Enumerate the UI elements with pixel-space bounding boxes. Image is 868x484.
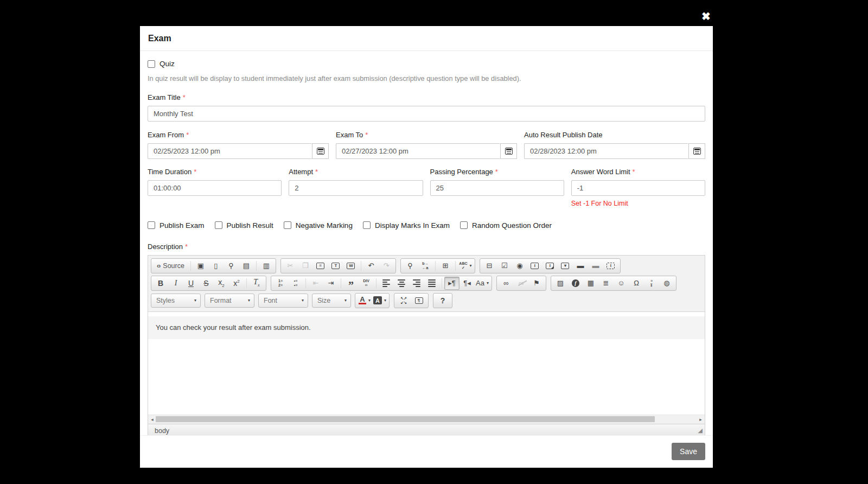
toolbar-separator — [376, 278, 376, 288]
required-marker: * — [186, 131, 189, 139]
numbered-list-button[interactable]: 1≡2≡ — [273, 277, 288, 290]
increase-indent-button[interactable]: ⇥ — [323, 277, 339, 290]
smiley-button[interactable]: ☺ — [614, 277, 629, 290]
scroll-right-icon[interactable]: ▸ — [698, 417, 703, 422]
align-left-button[interactable] — [379, 277, 394, 290]
resize-grip-icon[interactable]: ◢ — [698, 427, 703, 434]
bold-button[interactable]: B — [153, 277, 168, 290]
textarea-field-button[interactable]: I — [542, 259, 558, 272]
paste-from-word-button[interactable]: W — [343, 259, 359, 272]
new-page-button[interactable]: ▯ — [208, 259, 224, 272]
preview-button[interactable]: ⚲ — [224, 259, 239, 272]
undo-button[interactable]: ↶ — [363, 259, 379, 272]
form-button[interactable]: ⊟ — [482, 259, 497, 272]
remove-format-button[interactable]: Tx — [249, 277, 264, 290]
paste-text-button[interactable]: T — [328, 259, 343, 272]
checkbox-negative-marking[interactable]: Negative Marking — [284, 221, 353, 230]
link-button[interactable]: ∞ — [499, 277, 514, 290]
save-button[interactable]: Save — [672, 443, 705, 460]
show-blocks-button[interactable]: ¶ — [411, 294, 426, 307]
exam-from-calendar-button[interactable] — [312, 143, 329, 159]
exam-title-input[interactable] — [148, 106, 705, 122]
about-button[interactable]: ? — [435, 294, 450, 307]
maximize-button[interactable]: ↖↗↙↘ — [396, 294, 411, 307]
close-icon[interactable]: ✖ — [701, 11, 711, 22]
print-button[interactable]: ▤ — [239, 259, 254, 272]
auto-result-publish-date-input[interactable] — [524, 143, 688, 159]
hidden-field-button[interactable]: I — [603, 259, 618, 272]
select-field-button[interactable]: ▾ — [558, 259, 573, 272]
strikethrough-button[interactable]: S — [199, 277, 214, 290]
subscript-button[interactable]: x2 — [214, 277, 229, 290]
scroll-left-icon[interactable]: ◂ — [150, 417, 155, 422]
blockquote-button[interactable]: ” — [343, 277, 359, 290]
auto-result-publish-date-calendar-button[interactable] — [688, 143, 705, 159]
templates-button[interactable]: ▥ — [259, 259, 274, 272]
bidi-ltr-button[interactable]: ▸¶ — [444, 277, 459, 290]
image-button-field-button[interactable]: ▬ — [588, 259, 603, 272]
checkbox-display-marks-in-exam[interactable]: Display Marks In Exam — [363, 221, 450, 230]
iframe-button[interactable]: ◍ — [659, 277, 674, 290]
copy-button[interactable]: ❐ — [298, 259, 313, 272]
save-document-button[interactable]: ▣ — [193, 259, 208, 272]
flash-button[interactable]: f — [568, 277, 583, 290]
passing-percentage-input[interactable] — [430, 180, 564, 196]
superscript-button[interactable]: x2 — [229, 277, 244, 290]
checkbox-random-question-order[interactable]: Random Question Order — [460, 221, 552, 230]
quiz-checkbox[interactable]: Quiz — [148, 60, 175, 68]
font-dropdown[interactable]: Font▾ — [258, 294, 308, 308]
size-dropdown[interactable]: Size▾ — [312, 294, 351, 308]
passing-percentage-label: Passing Percentage * — [430, 168, 564, 176]
anchor-button[interactable]: ⚑ — [529, 277, 544, 290]
spell-check-button[interactable]: ABC✓▾ — [458, 259, 473, 272]
auto-result-publish-date-label-text: Auto Result Publish Date — [524, 131, 603, 139]
exam-to-calendar-button[interactable] — [500, 143, 517, 159]
page-break-button[interactable]: ≡↧ — [644, 277, 659, 290]
attempt-input[interactable] — [289, 180, 423, 196]
text-color-button[interactable]: A▾ — [357, 294, 372, 307]
styles-dropdown[interactable]: Styles▾ — [151, 294, 201, 308]
elements-path[interactable]: body — [155, 427, 169, 435]
styles-dropdown-label: Styles — [156, 297, 175, 304]
required-marker: * — [365, 131, 368, 139]
justify-button[interactable] — [424, 277, 439, 290]
special-character-button[interactable]: Ω — [629, 277, 644, 290]
checkbox-publish-exam[interactable]: Publish Exam — [148, 221, 205, 230]
decrease-indent-button[interactable]: ⇤ — [308, 277, 323, 290]
time-duration-input[interactable] — [148, 180, 282, 196]
language-button[interactable]: Aa▾ — [475, 277, 490, 290]
exam-from-input[interactable] — [148, 143, 312, 159]
button-field-button[interactable]: ▬ — [573, 259, 588, 272]
editor-content-area[interactable]: You can check your result after exam sub… — [148, 316, 705, 415]
text-field-button[interactable]: I — [527, 259, 542, 272]
unlink-button[interactable]: ∞ — [514, 277, 529, 290]
div-container-button[interactable]: DIV‹› — [359, 277, 374, 290]
select-all-button[interactable]: ⊞ — [438, 259, 453, 272]
format-dropdown[interactable]: Format▾ — [205, 294, 254, 308]
align-right-button[interactable] — [409, 277, 424, 290]
source-button[interactable]: ‹›Source — [153, 259, 188, 272]
find-button[interactable]: ⚲ — [403, 259, 418, 272]
image-button[interactable]: ▨ — [553, 277, 568, 290]
background-color-button[interactable]: A▾ — [372, 294, 387, 307]
underline-button[interactable]: U — [183, 277, 199, 290]
checkbox-publish-result[interactable]: Publish Result — [215, 221, 273, 230]
horizontal-rule-button[interactable]: ≣ — [598, 277, 614, 290]
exam-to-input[interactable] — [336, 143, 500, 159]
bulleted-list-button[interactable]: •≡•≡ — [288, 277, 303, 290]
paste-button[interactable]: ≡ — [313, 259, 328, 272]
italic-button[interactable]: I — [168, 277, 183, 290]
radio-button-field-button[interactable]: ◉ — [512, 259, 527, 272]
scrollbar-thumb[interactable] — [156, 416, 655, 422]
redo-button[interactable]: ↷ — [379, 259, 394, 272]
table-button[interactable]: ▦ — [583, 277, 598, 290]
checkbox-field-button[interactable]: ☑ — [497, 259, 512, 272]
find-icon: ⚲ — [407, 262, 413, 270]
bidi-rtl-button[interactable]: ¶◂ — [459, 277, 475, 290]
toolbar-group: ⚲b→←a⊞ABC✓▾ — [400, 258, 475, 273]
answer-word-limit-input[interactable] — [571, 180, 705, 196]
toolbar-group: Styles▾Format▾Font▾Size▾ — [151, 293, 355, 308]
cut-button[interactable]: ✂ — [283, 259, 298, 272]
align-center-button[interactable] — [394, 277, 409, 290]
replace-button[interactable]: b→←a — [418, 259, 433, 272]
